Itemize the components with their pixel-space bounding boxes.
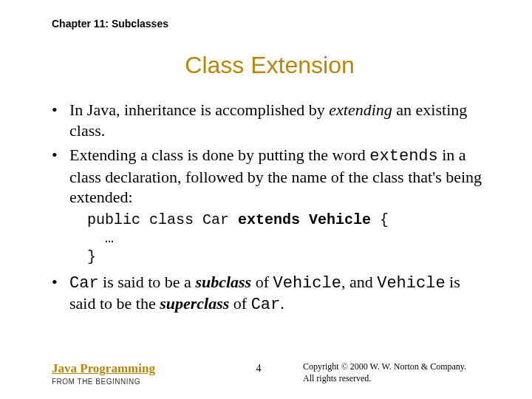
code-inline: Vehicle [377, 274, 445, 293]
copyright: Copyright © 2000 W. W. Norton & Company.… [303, 361, 488, 384]
emphasis-text: extending [329, 100, 392, 119]
bullet-item: Extending a class is done by putting the… [52, 145, 488, 266]
bullet-text: Extending a class is done by putting the… [69, 146, 369, 164]
code-inline: Car [251, 296, 281, 314]
code-text: } [87, 248, 96, 265]
bullet-text: of [251, 273, 273, 291]
footer: Java Programming FROM THE BEGINNING 4 Co… [0, 361, 532, 386]
code-inline: extends [369, 147, 437, 166]
book-subtitle: FROM THE BEGINNING [52, 378, 214, 386]
slide: Chapter 11: Subclasses Class Extension I… [0, 0, 532, 399]
code-inline: Vehicle [273, 274, 341, 293]
bullet-item: In Java, inheritance is accomplished by … [52, 100, 488, 140]
code-inline: Car [69, 274, 99, 293]
bullet-text: , and [341, 273, 377, 291]
bullet-item: Car is said to be a subclass of Vehicle,… [52, 272, 488, 316]
content-area: In Java, inheritance is accomplished by … [52, 100, 488, 316]
code-text: … [87, 230, 114, 247]
copyright-line: All rights reserved. [303, 373, 488, 385]
code-text: { [371, 211, 389, 228]
code-block: public class Car extends Vehicle { … } [87, 211, 488, 266]
book-title: Java Programming [52, 361, 214, 376]
code-text: public class Car [87, 211, 238, 228]
footer-left: Java Programming FROM THE BEGINNING [52, 361, 214, 386]
emphasis-text: subclass [195, 273, 251, 291]
bullet-text: is said to be a [99, 273, 196, 291]
bullet-text: In Java, inheritance is accomplished by [69, 100, 329, 119]
code-keyword: extends Vehicle [238, 211, 371, 228]
emphasis-text: superclass [160, 294, 229, 313]
chapter-label: Chapter 11: Subclasses [52, 18, 488, 30]
bullet-text: . [280, 294, 284, 313]
copyright-line: Copyright © 2000 W. W. Norton & Company. [303, 361, 488, 373]
page-number: 4 [214, 361, 303, 375]
slide-title: Class Extension [52, 52, 488, 79]
bullet-list: In Java, inheritance is accomplished by … [52, 100, 488, 316]
bullet-text: of [229, 294, 250, 313]
